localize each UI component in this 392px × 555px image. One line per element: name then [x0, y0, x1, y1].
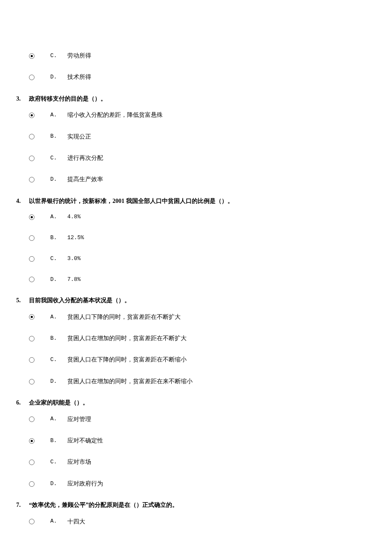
question-number: 7.: [16, 500, 29, 510]
radio-button[interactable]: [29, 256, 50, 262]
option-row[interactable]: B.实现公正: [13, 132, 379, 142]
question-number: 4.: [16, 197, 29, 206]
radio-button[interactable]: [29, 416, 50, 422]
question-block: 5.目前我国收入分配的基本状况是（）。A.贫困人口下降的同时，贫富差距在不断扩大…: [13, 296, 379, 386]
option-text: 3.0%: [67, 254, 379, 263]
option-text: 劳动所得: [67, 51, 379, 61]
radio-button[interactable]: [29, 438, 50, 444]
option-row[interactable]: D.提高生产效率: [13, 175, 379, 184]
option-letter: C.: [50, 254, 67, 263]
radio-unselected-icon: [29, 156, 35, 161]
option-row[interactable]: C.进行再次分配: [13, 153, 379, 163]
option-letter: A.: [50, 517, 67, 526]
radio-unselected-icon: [29, 177, 35, 182]
question-title: 7.“效率优先，兼顾公平”的分配原则是在（）正式确立的。: [13, 500, 379, 510]
option-letter: D.: [50, 73, 67, 82]
question-block: 7.“效率优先，兼顾公平”的分配原则是在（）正式确立的。A.十四大: [13, 500, 379, 526]
question-text: 以世界银行的统计，按新标准，2001 我国全部人口中贫困人口的比例是（）。: [29, 197, 379, 206]
option-letter: C.: [50, 356, 67, 364]
question-text: 企业家的职能是（）。: [29, 398, 379, 408]
question-number: 6.: [16, 398, 29, 408]
option-row[interactable]: D.7.8%: [13, 275, 379, 284]
radio-dot-icon: [31, 440, 33, 442]
option-letter: C.: [50, 458, 67, 467]
option-row[interactable]: A.4.8%: [13, 213, 379, 222]
radio-button[interactable]: [29, 53, 50, 59]
option-row[interactable]: C.贫困人口在下降的同时，贫富差距在不断缩小: [13, 355, 379, 364]
option-row[interactable]: D.技术所得: [13, 72, 379, 82]
option-text: 进行再次分配: [67, 153, 379, 163]
radio-button[interactable]: [29, 336, 50, 341]
radio-button[interactable]: [29, 75, 50, 80]
option-text: 12.5%: [67, 234, 379, 243]
radio-button[interactable]: [29, 214, 50, 220]
radio-unselected-icon: [29, 416, 35, 422]
radio-unselected-icon: [29, 481, 35, 487]
option-letter: B.: [50, 334, 67, 343]
option-text: 贫困人口在增加的同时，贫富差距在不断扩大: [67, 334, 379, 343]
option-text: 实现公正: [67, 132, 379, 142]
option-letter: B.: [50, 132, 67, 141]
option-letter: C.: [50, 52, 67, 61]
radio-unselected-icon: [29, 460, 35, 465]
question-block: 6.企业家的职能是（）。A.应对管理B.应对不确定性C.应对市场D.应对政府行为: [13, 398, 379, 489]
radio-button[interactable]: [29, 460, 50, 465]
option-row[interactable]: A.缩小收入分配的差距，降低贫富悬殊: [13, 110, 379, 120]
radio-button[interactable]: [29, 134, 50, 139]
option-row[interactable]: A.贫困人口下降的同时，贫富差距在不断扩大: [13, 312, 379, 322]
question-title: 4.以世界银行的统计，按新标准，2001 我国全部人口中贫困人口的比例是（）。: [13, 197, 379, 206]
option-row[interactable]: C.劳动所得: [13, 51, 379, 61]
option-row[interactable]: C.3.0%: [13, 254, 379, 263]
option-row[interactable]: D.应对政府行为: [13, 479, 379, 489]
radio-button[interactable]: [29, 481, 50, 487]
question-title: 5.目前我国收入分配的基本状况是（）。: [13, 296, 379, 305]
radio-button[interactable]: [29, 519, 50, 524]
option-text: 应对不确定性: [67, 436, 379, 445]
option-text: 贫困人口在增加的同时，贫富差距在来不断缩小: [67, 377, 379, 386]
question-text: “效率优先，兼顾公平”的分配原则是在（）正式确立的。: [29, 500, 379, 510]
radio-selected-icon: [29, 214, 35, 220]
radio-button[interactable]: [29, 357, 50, 363]
option-row[interactable]: A.十四大: [13, 517, 379, 526]
option-row[interactable]: D.贫困人口在增加的同时，贫富差距在来不断缩小: [13, 377, 379, 386]
radio-button[interactable]: [29, 177, 50, 182]
radio-button[interactable]: [29, 314, 50, 320]
option-letter: A.: [50, 415, 67, 424]
option-text: 提高生产效率: [67, 175, 379, 184]
option-letter: B.: [50, 436, 67, 445]
radio-button[interactable]: [29, 379, 50, 384]
radio-button[interactable]: [29, 113, 50, 118]
option-letter: D.: [50, 275, 67, 284]
option-text: 应对政府行为: [67, 479, 379, 489]
option-text: 4.8%: [67, 213, 379, 222]
radio-unselected-icon: [29, 277, 35, 282]
radio-selected-icon: [29, 314, 35, 320]
question-number: 3.: [16, 94, 29, 104]
radio-button[interactable]: [29, 277, 50, 282]
question-block: 3.政府转移支付的目的是（）。A.缩小收入分配的差距，降低贫富悬殊B.实现公正C…: [13, 94, 379, 185]
radio-unselected-icon: [29, 134, 35, 139]
question-title: 3.政府转移支付的目的是（）。: [13, 94, 379, 104]
radio-button[interactable]: [29, 156, 50, 161]
question-title: 6.企业家的职能是（）。: [13, 398, 379, 408]
option-text: 应对管理: [67, 415, 379, 424]
radio-dot-icon: [31, 114, 33, 116]
option-row[interactable]: C.应对市场: [13, 457, 379, 467]
radio-dot-icon: [31, 55, 33, 57]
option-row[interactable]: B.12.5%: [13, 234, 379, 243]
option-letter: D.: [50, 480, 67, 489]
radio-unselected-icon: [29, 519, 35, 524]
option-row[interactable]: B.应对不确定性: [13, 436, 379, 445]
option-text: 应对市场: [67, 457, 379, 467]
question-text: 政府转移支付的目的是（）。: [29, 94, 379, 104]
option-row[interactable]: A.应对管理: [13, 415, 379, 424]
option-letter: D.: [50, 175, 67, 184]
radio-unselected-icon: [29, 357, 35, 363]
option-letter: D.: [50, 377, 67, 386]
radio-unselected-icon: [29, 379, 35, 384]
radio-selected-icon: [29, 438, 35, 444]
option-row[interactable]: B.贫困人口在增加的同时，贫富差距在不断扩大: [13, 334, 379, 343]
option-letter: A.: [50, 313, 67, 322]
option-text: 技术所得: [67, 72, 379, 82]
radio-button[interactable]: [29, 235, 50, 241]
